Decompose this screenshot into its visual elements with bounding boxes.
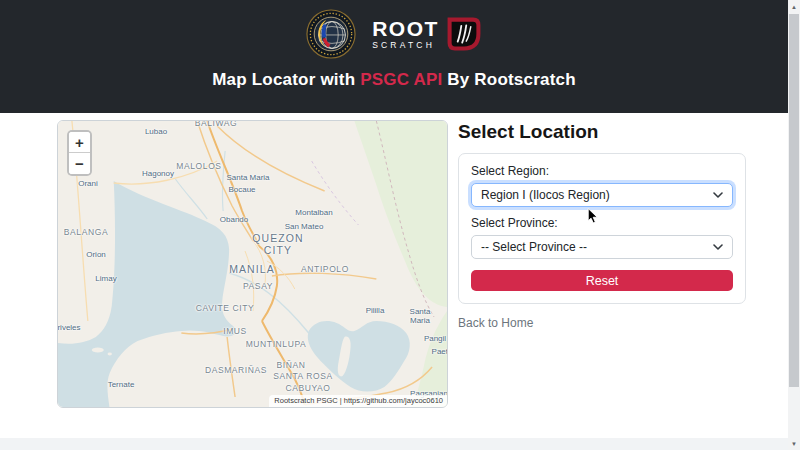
main-area: BALIWAGLubaoMALOLOSHagonoySanta MariaBoc… [0,113,788,450]
region-label: Select Region: [471,164,733,178]
panel-heading: Select Location [458,121,746,143]
map-container[interactable]: BALIWAGLubaoMALOLOSHagonoySanta MariaBoc… [57,120,448,408]
chevron-down-icon [713,244,723,250]
page-title-prefix: Map Locator with [212,70,360,89]
province-select-value: -- Select Province -- [481,240,587,254]
rootscratch-logo-scratch: SCRATCH [372,41,439,50]
selector-card: Select Region: Region I (Ilocos Region) … [458,153,746,304]
map-attribution[interactable]: Rootscratch PSGC | https://github.com/ja… [269,395,447,407]
vertical-scrollbar[interactable]: ▲ ▼ [788,0,800,450]
map-canvas [58,121,447,407]
zoom-out-button[interactable]: − [69,153,90,174]
back-to-home-link[interactable]: Back to Home [458,316,533,330]
scrollbar-track[interactable] [788,13,800,437]
rootscratch-shield-icon [446,16,482,52]
header: ROOT SCRATCH Map Locator with PSGC API B… [0,0,788,113]
scrollbar-up-arrow-icon[interactable]: ▲ [788,0,800,13]
location-panel: Select Location Select Region: Region I … [458,121,746,331]
page: ROOT SCRATCH Map Locator with PSGC API B… [0,0,800,450]
rootscratch-logo-text: ROOT SCRATCH [372,18,439,50]
page-title-suffix: By Rootscratch [442,70,575,89]
psa-seal-logo [306,9,356,59]
rootscratch-logo: ROOT SCRATCH [372,16,482,52]
footer-strip [0,438,788,450]
page-title: Map Locator with PSGC API By Rootscratch [212,70,576,90]
header-logos: ROOT SCRATCH [306,9,482,59]
content-column: ROOT SCRATCH Map Locator with PSGC API B… [0,0,788,450]
scrollbar-down-arrow-icon[interactable]: ▼ [788,437,800,450]
region-select[interactable]: Region I (Ilocos Region) [471,183,733,207]
map-zoom-control: + − [67,130,92,176]
reset-button[interactable]: Reset [471,270,733,291]
chevron-down-icon [713,192,723,198]
region-select-value: Region I (Ilocos Region) [481,188,610,202]
province-label: Select Province: [471,216,733,230]
scrollbar-thumb[interactable] [789,14,799,387]
rootscratch-logo-root: ROOT [372,18,439,39]
province-select[interactable]: -- Select Province -- [471,235,733,259]
zoom-in-button[interactable]: + [69,132,90,153]
page-title-highlight: PSGC API [360,70,442,89]
